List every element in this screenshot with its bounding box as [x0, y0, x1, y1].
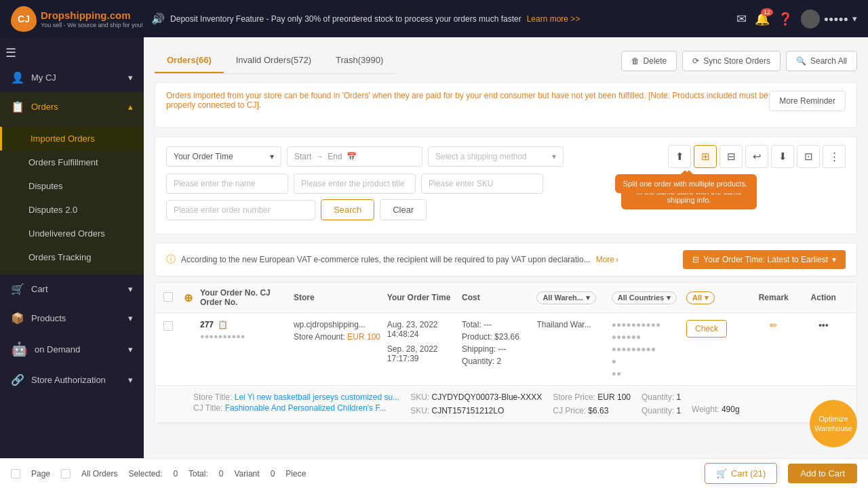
optimize-warehouse-button[interactable]: Optimize Warehouse — [810, 400, 857, 447]
date-range-picker[interactable]: Start → End 📅 — [287, 146, 422, 167]
sku-input[interactable] — [421, 174, 543, 194]
tab-trash[interactable]: Trash(3990) — [323, 48, 395, 73]
total-value: 0 — [219, 469, 224, 479]
sidebar-orders-section: 📋 Orders ▴ Imported Orders Orders Fulfil… — [0, 92, 144, 274]
total-label: Total: — [189, 469, 208, 479]
sidebar-item-cart[interactable]: 🛒 Cart ▾ — [0, 274, 144, 304]
action-icon-combine[interactable]: ⊞ The orders to be combined must be in t… — [694, 145, 717, 168]
cart-button[interactable]: 🛒 Cart (21) — [705, 463, 777, 484]
sidebar-item-tracking[interactable]: Orders Tracking — [0, 245, 144, 269]
add-icon[interactable]: ⊕ — [184, 292, 193, 304]
user-menu[interactable]: ●●●●● ▾ — [801, 9, 857, 28]
product-title-input[interactable] — [294, 174, 416, 194]
action-icon-3[interactable]: ↩ — [745, 145, 768, 168]
notice-left: ⓘ According to the new European VAT e-co… — [166, 253, 683, 266]
tab-actions: 🗑 Delete ⟳ Sync Store Orders 🔍 Search Al… — [621, 51, 857, 71]
table-header: ⊕ Your Order No. CJ Order No. Store Your… — [155, 283, 856, 313]
add-to-cart-button[interactable]: Add to Cart — [788, 464, 857, 483]
name-input[interactable] — [166, 174, 288, 194]
sidebar-item-ondemand[interactable]: 🤖 on Demand ▾ — [0, 333, 144, 365]
delete-button[interactable]: 🗑 Delete — [621, 51, 677, 71]
sidebar-item-disputes2[interactable]: Disputes 2.0 — [0, 198, 144, 222]
notification-icon[interactable]: 🔔12 — [755, 12, 770, 26]
sidebar-item-products[interactable]: 📦 Products ▾ — [0, 304, 144, 333]
product-weight: Weight: 490g — [692, 405, 740, 415]
cj-title-value[interactable]: Fashionable And Personalized Children's … — [225, 403, 387, 413]
action-icons-group: ⬆ ⊞ The orders to be combined must be in… — [668, 145, 846, 168]
select-all-checkbox[interactable] — [163, 292, 173, 302]
order-redacted: ●●●●●●●●●● — [200, 332, 294, 340]
sidebar-item-orders[interactable]: 📋 Orders ▴ — [0, 92, 144, 121]
mycj-icon: 👤 — [11, 71, 24, 84]
store-title-value[interactable]: Lei Yi new basketball jerseys customized… — [235, 392, 399, 402]
sidebar-menu-toggle[interactable]: ☰ — [5, 46, 16, 60]
learn-more-link[interactable]: Learn more >> — [527, 14, 580, 24]
sidebar-item-imported-orders[interactable]: Imported Orders — [0, 127, 144, 150]
copy-icon[interactable]: 📋 — [218, 320, 228, 329]
sidebar-item-undelivered[interactable]: Undelivered Orders — [0, 222, 144, 245]
weight-value: 490g — [722, 405, 740, 414]
status-filter-tag[interactable]: All ▾ — [686, 291, 715, 304]
action-icon-split[interactable]: ⊟ Split one order with multiple products… — [719, 145, 743, 168]
sidebar-item-store-auth[interactable]: 🔗 Store Authorization ▾ — [0, 365, 144, 394]
row-select-checkbox[interactable] — [163, 321, 173, 331]
products-chevron-icon: ▾ — [128, 313, 133, 323]
warehouse-chevron-icon: ▾ — [586, 293, 590, 302]
sidebar-item-orders-fulfillment[interactable]: Orders Fulfillment — [0, 150, 144, 174]
action-icon-6[interactable]: ⋮ — [823, 145, 846, 168]
page-label: Page — [31, 469, 50, 479]
action-icon-5[interactable]: ⊡ — [797, 145, 820, 168]
search-button[interactable]: Search — [321, 199, 374, 220]
cart-chevron-icon: ▾ — [128, 284, 133, 294]
shipping-placeholder: Select a shipping method — [435, 152, 527, 161]
notice-more-link[interactable]: More › — [596, 255, 618, 264]
sidebar-item-disputes[interactable]: Disputes — [0, 174, 144, 198]
help-icon[interactable]: ❓ — [778, 12, 793, 26]
notice-bar: ⓘ According to the new European VAT e-co… — [155, 243, 857, 277]
check-button[interactable]: Check — [686, 320, 727, 338]
calendar-icon: 📅 — [347, 152, 357, 161]
mail-icon[interactable]: ✉ — [736, 12, 747, 26]
action-icon-1[interactable]: ⬆ — [668, 145, 691, 168]
cj-title-label: CJ Title: — [193, 403, 222, 413]
warehouse-filter-tag[interactable]: All Wareh... ▾ — [536, 291, 596, 304]
store-name: wp.cjdropshipping... — [294, 320, 387, 329]
header-countries[interactable]: All Countries ▾ — [612, 291, 686, 304]
bottom-page-checkbox[interactable] — [11, 469, 20, 479]
edit-icon[interactable]: ✏ — [770, 320, 778, 331]
header-store: Store — [294, 293, 387, 302]
order-time-select[interactable]: Your Order Time ▾ — [166, 146, 281, 167]
sidebar-label-mycj: My CJ — [31, 73, 56, 83]
sync-store-orders-button[interactable]: ⟳ Sync Store Orders — [682, 51, 781, 71]
tab-invalid-orders[interactable]: Invalid Orders(572) — [224, 48, 323, 73]
announcement-bar: 🔊 Deposit Inventory Feature - Pay only 3… — [151, 12, 728, 25]
bottom-all-orders-checkbox[interactable] — [61, 469, 71, 479]
header-status[interactable]: All ▾ — [686, 291, 749, 304]
selected-value: 0 — [173, 469, 178, 479]
more-reminder-button[interactable]: More Reminder — [769, 91, 846, 111]
product-sku-2-row: SKU: CJNT157151212LO — [410, 406, 542, 415]
clear-button[interactable]: Clear — [380, 199, 427, 220]
store-price-label: Store Price: — [553, 392, 595, 402]
action-icon-4[interactable]: ⬇ — [771, 145, 794, 168]
topbar-actions: ✉ 🔔12 ❓ ●●●●● ▾ — [736, 9, 857, 28]
sku2-value: CJNT157151212LO — [432, 406, 505, 415]
cost-total: Total: --- — [462, 320, 536, 329]
tab-orders[interactable]: Orders(66) — [155, 48, 224, 73]
info-banner: Orders imported from your store can be f… — [155, 82, 857, 128]
mycj-chevron-icon: ▾ — [128, 73, 133, 83]
countries-filter-tag[interactable]: All Countries ▾ — [612, 291, 677, 304]
storeauth-chevron-icon: ▾ — [128, 375, 133, 385]
sort-button[interactable]: ⊟ Your Order Time: Latest to Earliest ▾ — [683, 250, 846, 269]
shipping-method-select[interactable]: Select a shipping method ▾ — [428, 146, 564, 167]
selected-label: Selected: — [128, 469, 162, 479]
search-all-button[interactable]: 🔍 Search All — [786, 51, 857, 71]
order-number-input[interactable] — [166, 200, 315, 220]
layout: ☰ 👤 My CJ ▾ 📋 Orders ▴ Imported Orders O… — [0, 37, 868, 488]
sidebar-item-mycj[interactable]: 👤 My CJ ▾ — [0, 63, 144, 92]
more-options-icon[interactable]: ••• — [818, 320, 829, 331]
ondemand-icon: 🤖 — [11, 341, 28, 357]
sidebar-orders-sub: Imported Orders Orders Fulfillment Dispu… — [0, 121, 144, 274]
header-warehouse[interactable]: All Wareh... ▾ — [536, 291, 611, 304]
header-order-no: Your Order No. CJ Order No. — [200, 288, 294, 307]
